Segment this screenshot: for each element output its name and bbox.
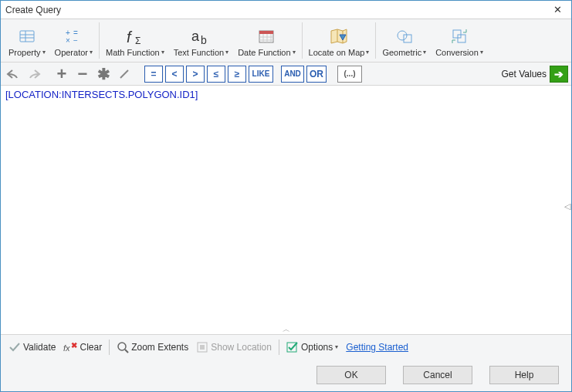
show-location-button: Show Location — [193, 340, 275, 355]
ribbon-math-function[interactable]: fΣ Math Function▾ — [101, 19, 169, 62]
arrow-right-icon: ➔ — [550, 66, 568, 83]
op-like[interactable]: LIKE — [249, 66, 273, 83]
svg-text:Σ: Σ — [135, 35, 140, 46]
svg-rect-13 — [259, 31, 273, 34]
op-parens[interactable]: (...) — [337, 66, 362, 83]
svg-rect-0 — [20, 31, 34, 42]
magnifier-icon — [117, 341, 129, 353]
svg-text:✖: ✖ — [71, 342, 77, 350]
svg-point-23 — [398, 31, 407, 40]
options-button[interactable]: Options ▾ — [283, 340, 341, 354]
close-icon[interactable]: ✕ — [549, 4, 567, 15]
check-green-icon — [286, 342, 299, 353]
op-or[interactable]: OR — [306, 66, 327, 83]
svg-text:×: × — [66, 36, 70, 45]
op-gte[interactable]: ≥ — [228, 66, 246, 83]
ribbon-conversion[interactable]: Conversion▾ — [431, 19, 488, 62]
property-icon — [18, 26, 36, 46]
svg-rect-24 — [404, 35, 411, 42]
dropdown-icon: ▾ — [225, 49, 228, 56]
svg-line-31 — [125, 350, 128, 353]
ribbon-geometric[interactable]: Geometric▾ — [377, 19, 431, 62]
dropdown-icon: ▾ — [480, 49, 483, 56]
ribbon-operator[interactable]: +=×− Operator▾ — [50, 19, 97, 62]
separator — [279, 340, 279, 355]
op-lt[interactable]: < — [165, 66, 184, 83]
dropdown-icon: ▾ — [335, 343, 338, 350]
undo-icon[interactable] — [4, 65, 22, 83]
dropdown-icon: ▾ — [423, 49, 426, 56]
query-text: [LOCATION:INTERSECTS.POLYGON.ID1] — [5, 89, 198, 100]
clear-icon: fx✖ — [63, 342, 77, 353]
svg-rect-25 — [453, 30, 461, 38]
svg-line-27 — [120, 70, 128, 78]
math-function-icon: fΣ — [124, 26, 147, 46]
getting-started-link[interactable]: Getting Started — [346, 342, 408, 353]
op-lte[interactable]: ≤ — [207, 66, 225, 83]
expand-handle-icon[interactable]: ◁ — [564, 201, 572, 214]
edit-toolbar: + − ✱ = < > ≤ ≥ LIKE AND OR (...) Get Va… — [1, 63, 571, 86]
redo-icon[interactable] — [25, 65, 43, 83]
svg-text:−: − — [73, 36, 78, 45]
operator-icon: +=×− — [64, 26, 83, 46]
asterisk-icon[interactable]: ✱ — [94, 65, 113, 83]
bottom-toolbar: Validate fx✖ Clear Zoom Extents Show Loc… — [1, 334, 571, 359]
dropdown-icon: ▾ — [293, 49, 296, 56]
cancel-button[interactable]: Cancel — [403, 366, 472, 384]
titlebar: Create Query ✕ — [1, 1, 571, 19]
separator — [302, 22, 303, 59]
locate-on-map-icon — [329, 26, 349, 46]
text-function-icon: ab — [190, 26, 212, 46]
op-gt[interactable]: > — [186, 66, 205, 83]
separator — [99, 22, 100, 59]
query-editor[interactable]: [LOCATION:INTERSECTS.POLYGON.ID1] — [1, 86, 571, 325]
dialog-footer: OK Cancel Help — [1, 359, 571, 391]
op-equals[interactable]: = — [144, 66, 163, 83]
dropdown-icon: ▾ — [42, 49, 46, 56]
svg-text:b: b — [201, 34, 207, 46]
svg-text:f: f — [127, 29, 133, 46]
divide-icon[interactable] — [115, 65, 134, 83]
separator — [109, 340, 110, 355]
conversion-icon — [450, 26, 469, 46]
window-title: Create Query — [5, 5, 61, 15]
dropdown-icon: ▾ — [161, 49, 164, 56]
ribbon: Property▾ +=×− Operator▾ fΣ Math Functio… — [1, 19, 571, 63]
op-and[interactable]: AND — [281, 66, 304, 83]
minus-icon[interactable]: − — [73, 65, 92, 83]
svg-text:fx: fx — [63, 343, 70, 353]
zoom-extents-button[interactable]: Zoom Extents — [113, 340, 191, 355]
ribbon-property[interactable]: Property▾ — [4, 19, 50, 62]
collapse-handle-icon[interactable]: ︿ — [1, 325, 571, 334]
geometric-icon — [395, 26, 414, 46]
help-button[interactable]: Help — [489, 366, 559, 384]
separator — [375, 22, 376, 59]
location-icon — [196, 341, 208, 353]
dropdown-icon: ▾ — [366, 49, 369, 56]
ribbon-date-function[interactable]: Date Function▾ — [233, 19, 300, 62]
ribbon-text-function[interactable]: ab Text Function▾ — [169, 19, 233, 62]
clear-button[interactable]: fx✖ Clear — [60, 340, 105, 354]
svg-rect-33 — [200, 345, 205, 350]
check-icon — [8, 342, 21, 353]
date-function-icon — [257, 26, 276, 46]
dropdown-icon: ▾ — [90, 49, 93, 56]
svg-text:a: a — [191, 29, 200, 44]
svg-point-30 — [118, 343, 126, 350]
plus-icon[interactable]: + — [52, 65, 71, 83]
validate-button[interactable]: Validate — [5, 340, 59, 354]
ribbon-locate-on-map[interactable]: Locate on Map▾ — [304, 19, 374, 62]
get-values-button[interactable]: Get Values ➔ — [502, 66, 568, 83]
svg-rect-26 — [458, 35, 465, 42]
ok-button[interactable]: OK — [316, 366, 386, 384]
